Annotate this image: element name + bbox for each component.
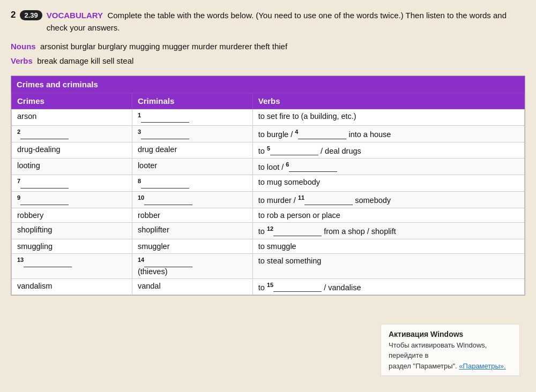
criminal-cell: 10 <box>132 192 252 208</box>
criminal-cell: looter <box>132 159 252 175</box>
watermark-line1: Чтобы активировать Windows, перейдите в <box>389 340 512 361</box>
watermark-link[interactable]: «Параметры». <box>459 362 505 370</box>
table-row: 9 10 to murder / 11 somebody <box>12 192 525 208</box>
table-row: smugglingsmugglerto smuggle <box>12 239 525 253</box>
windows-watermark: Активация Windows Чтобы активировать Win… <box>381 324 520 376</box>
table-title: Crimes and criminals <box>11 76 525 93</box>
vocabulary-table: Crimes and criminals Crimes Criminals Ve… <box>11 76 525 296</box>
col-header-criminals: Criminals <box>132 93 252 109</box>
verb-cell: to 12 from a shop / shoplift <box>252 222 524 239</box>
exercise-number: 2 <box>11 10 16 20</box>
crime-cell: shoplifting <box>12 222 132 239</box>
criminal-cell: 1 <box>132 109 252 126</box>
criminal-cell: 3 <box>132 125 252 142</box>
vocab-label: VOCABULARY <box>47 11 103 20</box>
verbs-label: Verbs <box>11 56 33 65</box>
table-row: vandalismvandalto 15 / vandalise <box>12 278 525 295</box>
nouns-list: arsonist burglar burglary mugging mugger… <box>40 42 287 51</box>
table-row: 7 8 to mug somebody <box>12 175 525 192</box>
table-row: robberyrobberto rob a person or place <box>12 208 525 222</box>
table-row: drug-dealingdrug dealerto 5 / deal drugs <box>12 142 525 159</box>
watermark-title: Активация Windows <box>389 329 512 340</box>
crime-cell: 7 <box>12 175 132 192</box>
crime-cell: drug-dealing <box>12 142 132 159</box>
criminal-cell: 8 <box>132 175 252 192</box>
verb-cell: to steal something <box>252 253 524 278</box>
table-row: lootinglooterto loot / 6 <box>12 159 525 175</box>
table-row: 13 14 (thieves)to steal something <box>12 253 525 278</box>
crime-cell: smuggling <box>12 239 132 253</box>
criminal-cell: 14 (thieves) <box>132 253 252 278</box>
verbs-list: break damage kill sell steal <box>37 56 133 65</box>
crime-cell: looting <box>12 159 132 175</box>
verb-cell: to rob a person or place <box>252 208 524 222</box>
criminal-cell: drug dealer <box>132 142 252 159</box>
verb-cell: to set fire to (a building, etc.) <box>252 109 524 126</box>
exercise-header: 2 2.39 VOCABULARY Complete the table wit… <box>11 10 525 34</box>
verb-cell: to burgle / 4 into a house <box>252 125 524 142</box>
word-list: Nouns arsonist burglar burglary mugging … <box>11 39 525 68</box>
criminal-cell: smuggler <box>132 239 252 253</box>
crime-cell: 9 <box>12 192 132 208</box>
criminal-cell: robber <box>132 208 252 222</box>
watermark-line2: раздел "Параметры". «Параметры». <box>389 361 512 372</box>
crime-cell: robbery <box>12 208 132 222</box>
table-row: shopliftingshoplifterto 12 from a shop /… <box>12 222 525 239</box>
audio-badge[interactable]: 2.39 <box>20 10 42 20</box>
col-header-verbs: Verbs <box>252 93 524 109</box>
table-row: 2 3 to burgle / 4 into a house <box>12 125 525 142</box>
verb-cell: to mug somebody <box>252 175 524 192</box>
verb-cell: to smuggle <box>252 239 524 253</box>
crime-cell: vandalism <box>12 278 132 295</box>
criminal-cell: shoplifter <box>132 222 252 239</box>
verb-cell: to loot / 6 <box>252 159 524 175</box>
col-header-crimes: Crimes <box>12 93 132 109</box>
nouns-label: Nouns <box>11 42 36 51</box>
crime-cell: 13 <box>12 253 132 278</box>
crime-cell: arson <box>12 109 132 126</box>
crime-cell: 2 <box>12 125 132 142</box>
instruction-text: VOCABULARY Complete the table with the w… <box>47 10 525 34</box>
criminal-cell: vandal <box>132 278 252 295</box>
verb-cell: to 5 / deal drugs <box>252 142 524 159</box>
verb-cell: to murder / 11 somebody <box>252 192 524 208</box>
verb-cell: to 15 / vandalise <box>252 278 524 295</box>
instruction-body: Complete the table with the words below.… <box>47 11 507 32</box>
table-row: arson1 to set fire to (a building, etc.) <box>12 109 525 126</box>
